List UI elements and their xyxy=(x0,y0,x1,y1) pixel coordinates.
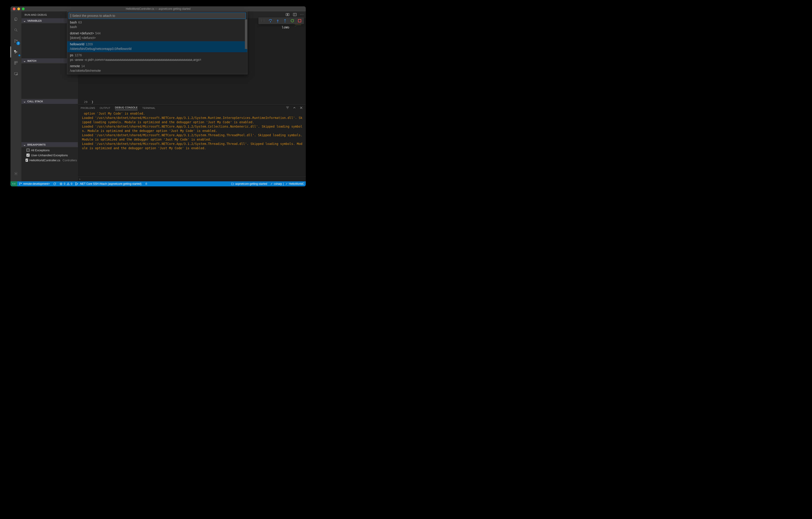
breakpoint-checkbox[interactable] xyxy=(26,153,30,157)
section-breakpoints-label: BREAKPOINTS xyxy=(27,143,46,146)
chevron-down-icon: ⌄ xyxy=(23,99,26,103)
stop-icon xyxy=(298,19,301,22)
section-variables-label: VARIABLES xyxy=(27,19,42,22)
breakpoints-list: All Exceptions User-Unhandled Exceptions… xyxy=(22,147,78,163)
process-pid: 14 xyxy=(81,64,85,68)
editor-text-fragment: loWo xyxy=(282,26,289,29)
status-warnings-count: 0 xyxy=(71,182,72,185)
process-desc: [dotnet] <defunct> xyxy=(70,36,244,40)
process-pid: 544 xyxy=(95,31,100,35)
gear-icon xyxy=(14,172,18,176)
process-desc: bash xyxy=(70,25,244,29)
sidebar-title: RUN AND DEBUG xyxy=(25,13,47,16)
chevron-down-icon: ⌄ xyxy=(23,143,26,146)
panel-tab-problems[interactable]: PROBLEMS xyxy=(81,107,95,109)
debug-restart-button[interactable] xyxy=(290,18,295,23)
section-callstack-label: CALL STACK xyxy=(27,100,43,103)
warning-icon xyxy=(66,182,70,185)
panel-close-button[interactable] xyxy=(299,106,303,110)
process-pid: 1276 xyxy=(75,53,82,57)
vscode-window: HelloWorldController.cs — aspnetcore-get… xyxy=(10,6,306,186)
remote-explorer-icon xyxy=(14,72,18,76)
svg-rect-7 xyxy=(14,63,16,64)
breakpoint-label: All Exceptions xyxy=(31,148,50,152)
step-over-icon xyxy=(268,19,272,23)
svg-point-0 xyxy=(14,29,17,31)
activity-run-debug[interactable] xyxy=(10,47,22,57)
step-out-icon xyxy=(283,19,287,23)
sync-icon xyxy=(53,182,56,185)
split-editor-button[interactable] xyxy=(293,12,297,17)
split-icon xyxy=(293,12,297,17)
quickpick-item[interactable]: bash63 bash xyxy=(67,19,247,30)
restart-icon xyxy=(290,19,294,23)
status-bar: remote-development+ 0 0 .NET Core SSH At… xyxy=(10,181,306,186)
activity-search[interactable] xyxy=(10,25,22,35)
breakpoint-checkbox[interactable] xyxy=(26,148,30,152)
status-debug-target[interactable]: .NET Core SSH Attach (aspnetcore-getting… xyxy=(74,181,143,186)
svg-point-15 xyxy=(278,22,278,22)
quickpick-item[interactable]: helloworld1209 /okteto/bin/Debug/netcore… xyxy=(67,41,247,52)
breakpoint-row[interactable]: User-Unhandled Exceptions xyxy=(22,153,78,158)
breakpoint-row[interactable]: All Exceptions xyxy=(22,148,78,153)
chevron-right-icon: › xyxy=(79,177,81,181)
quickpick-placeholder: Select the process to attach to xyxy=(72,14,115,18)
status-csharp[interactable]: ✓ csharp | xyxy=(269,182,286,185)
quickpick-item[interactable]: dotnet <defunct>544 [dotnet] <defunct> xyxy=(67,30,247,41)
compare-icon xyxy=(286,12,290,17)
svg-point-1 xyxy=(14,40,16,40)
folder-icon xyxy=(231,182,234,185)
activity-settings[interactable] xyxy=(10,168,22,179)
activity-extensions[interactable] xyxy=(10,57,22,68)
status-sync[interactable] xyxy=(52,181,58,186)
files-icon xyxy=(14,17,18,21)
breakpoint-row[interactable]: HelloWorldController.cs Controllers 26 xyxy=(22,158,78,163)
debug-console-input[interactable]: › xyxy=(78,176,306,181)
status-remote-name[interactable]: remote-development+ xyxy=(17,181,52,186)
breakpoint-checkbox[interactable] xyxy=(26,158,28,162)
quickpick-scrollbar[interactable] xyxy=(245,19,247,49)
line-text: } xyxy=(92,100,93,104)
activity-source-control[interactable]: 2 xyxy=(10,35,22,47)
status-remote[interactable] xyxy=(10,181,17,186)
process-desc: /okteto/bin/Debug/netcoreapp3.0/hellowor… xyxy=(70,47,244,51)
debug-stop-button[interactable] xyxy=(297,18,302,23)
body-area: 2 RUN AND DEBUG . xyxy=(10,11,306,181)
activity-bar: 2 xyxy=(10,11,22,181)
debug-step-over-button[interactable] xyxy=(268,18,273,23)
activity-remote-explorer[interactable] xyxy=(10,68,22,79)
more-actions-button[interactable]: ··· xyxy=(300,12,304,17)
panel-tab-output[interactable]: OUTPUT xyxy=(100,107,111,109)
status-problems[interactable]: 0 0 xyxy=(58,181,74,186)
source-control-badge: 2 xyxy=(17,41,20,45)
debug-console-output[interactable]: option 'Just My Code' is enabled. Loaded… xyxy=(78,111,306,176)
quickpick-item[interactable]: remote14 /var/okteto/bin/remote xyxy=(67,63,247,74)
activity-explorer[interactable] xyxy=(10,14,22,25)
close-icon xyxy=(299,106,303,110)
separator: | xyxy=(283,182,284,185)
panel-tab-terminal[interactable]: TERMINAL xyxy=(142,107,155,109)
status-file[interactable]: ✓ HelloWorldC xyxy=(286,182,306,185)
quickpick-input[interactable]: Select the process to attach to xyxy=(68,12,246,19)
panel-filter-button[interactable] xyxy=(286,106,289,110)
panel-collapse-button[interactable] xyxy=(293,106,296,110)
status-live-share[interactable] xyxy=(143,181,149,186)
panel-tab-debug-console[interactable]: DEBUG CONSOLE xyxy=(115,106,138,110)
check-icon: ✓ xyxy=(286,182,288,185)
svg-point-10 xyxy=(16,173,17,174)
compare-changes-button[interactable] xyxy=(286,12,290,17)
debug-step-out-button[interactable] xyxy=(283,18,288,23)
quickpick-list: bash63 bash dotnet <defunct>544 [dotnet]… xyxy=(67,19,247,74)
error-icon xyxy=(59,182,63,185)
process-desc: /var/okteto/bin/remote xyxy=(70,68,244,73)
debug-step-into-button[interactable] xyxy=(275,18,280,23)
quickpick-item[interactable]: ps1276 ps -axww -o pid=,comm=aaaaaaaaaaa… xyxy=(67,52,247,63)
titlebar-title: HelloWorldController.cs — aspnetcore-get… xyxy=(10,7,306,10)
breakpoint-label: User-Unhandled Exceptions xyxy=(31,153,68,157)
section-breakpoints-header[interactable]: ⌄ BREAKPOINTS xyxy=(22,142,78,147)
quickpick: Select the process to attach to bash63 b… xyxy=(67,11,248,74)
debug-toolbar-grip[interactable]: ⋮⋮ xyxy=(260,19,265,22)
section-callstack-header[interactable]: ⌄ CALL STACK xyxy=(22,99,78,104)
status-project[interactable]: aspnetcore-getting-started xyxy=(229,182,269,185)
svg-point-18 xyxy=(19,184,20,185)
